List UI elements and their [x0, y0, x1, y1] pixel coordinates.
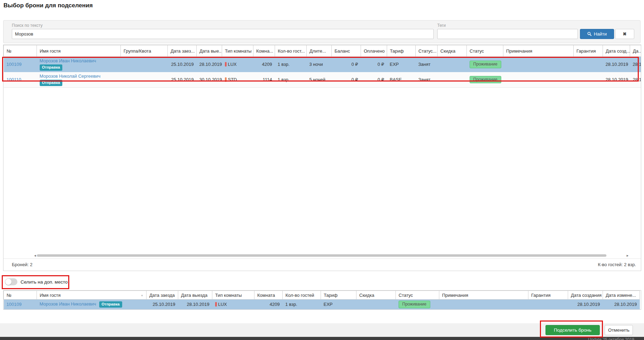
scroll-right-icon[interactable]: ▸: [627, 253, 629, 258]
sort-asc-icon: ▲: [141, 294, 143, 297]
room-status: Занят: [416, 72, 438, 87]
arrival-date: 25.10.2019: [147, 300, 178, 309]
col-guarantee[interactable]: Гарантия: [574, 45, 603, 57]
selected-booking-row[interactable]: 100109 Морозов Иван Николаевич Отправка …: [4, 300, 640, 309]
send-badge: Отправка: [40, 64, 63, 71]
guest-name-link[interactable]: Морозов Николай Сергеевич: [40, 74, 101, 79]
search-input[interactable]: [12, 29, 434, 39]
booking-id-link[interactable]: 100109: [7, 62, 22, 67]
paid: 0 ₽: [361, 57, 387, 72]
booking-row[interactable]: 100110 Морозов Николай Сергеевич Отправк…: [4, 72, 642, 87]
balance: 0 ₽: [332, 57, 361, 72]
col-guest-count[interactable]: Кол-во гост...: [275, 45, 307, 57]
modified-date: 28.10.2019: [603, 300, 640, 309]
created-date: 28.10.2019: [568, 300, 603, 309]
taskbar: Update 25 октября 2019: [0, 337, 644, 340]
action-bar: Подселить бронь Отменить: [0, 323, 644, 337]
col-modified[interactable]: Да...: [630, 45, 642, 57]
created-date: 28.10.2019: [603, 57, 630, 72]
col-room-type[interactable]: Тип комнаты: [212, 291, 254, 300]
scrollbar-thumb[interactable]: [37, 254, 606, 257]
duration: 3 ночи: [307, 57, 332, 72]
table-footer: Броней: 2 К-во гостей: 2 взр.: [3, 258, 641, 271]
col-discount[interactable]: Скидка: [438, 45, 467, 57]
col-arrival[interactable]: Дата заезда: [147, 291, 178, 300]
col-created[interactable]: Дата созд...: [603, 45, 630, 57]
guest-name-link[interactable]: Морозов Иван Николаевич: [40, 301, 96, 307]
col-tariff[interactable]: Тариф: [387, 45, 416, 57]
col-number[interactable]: №: [4, 45, 37, 57]
find-button[interactable]: Найти: [580, 29, 614, 39]
col-modified[interactable]: Дата измене...: [603, 291, 640, 300]
created-date: 28.10.2019: [603, 72, 630, 87]
room-type-color-bar: [225, 77, 227, 82]
room-type: LUX: [218, 302, 227, 307]
col-departure[interactable]: Дата выезда: [178, 291, 212, 300]
cancel-button[interactable]: Отменить: [605, 325, 633, 335]
col-guest-name[interactable]: Имя гостя: [37, 45, 121, 57]
guest-count: 1 взр.: [283, 300, 321, 309]
col-guest-count[interactable]: Кол-во гостей: [283, 291, 321, 300]
search-icon: [587, 32, 592, 36]
col-group-quota[interactable]: Группа/Квота: [121, 45, 168, 57]
horizontal-scrollbar[interactable]: ◂ ▸: [3, 253, 641, 258]
departure-date: 28.10.2019: [197, 57, 222, 72]
selected-booking-table: № Имя гостя▲ Дата заезда Дата выезда Тип…: [3, 290, 641, 310]
col-room[interactable]: Комната: [254, 291, 283, 300]
bookings-table: № Имя гостя Группа/Квота Дата заез... Да…: [3, 45, 641, 271]
guests-count: К-во гостей: 2 взр.: [598, 259, 636, 271]
clear-search-button[interactable]: ✖: [615, 29, 634, 39]
confirm-button[interactable]: Подселить бронь: [545, 325, 600, 335]
col-number[interactable]: №: [4, 291, 37, 300]
departure-date: 28.10.2019: [178, 300, 212, 309]
tags-input[interactable]: [437, 29, 578, 39]
col-discount[interactable]: Скидка: [356, 291, 396, 300]
booking-id-link[interactable]: 100109: [7, 302, 22, 307]
selected-header-row: № Имя гостя▲ Дата заезда Дата выезда Тип…: [4, 291, 640, 300]
modified-date: 28.10.2019: [630, 72, 642, 87]
room-number: 4209: [254, 300, 283, 309]
col-balance[interactable]: Баланс: [332, 45, 361, 57]
send-badge: Отправка: [99, 301, 122, 308]
bookings-count: Броней: 2: [12, 259, 32, 271]
empty-table-area: [4, 87, 642, 239]
toggle-label: Селить на доп. место: [21, 279, 68, 285]
col-room-status[interactable]: Статус...: [416, 45, 438, 57]
tariff: EXP: [321, 300, 356, 309]
col-guest-name[interactable]: Имя гостя▲: [37, 291, 147, 300]
departure-date: 30.10.2019: [197, 72, 222, 87]
room-number: 1114: [253, 72, 275, 87]
col-guarantee[interactable]: Гарантия: [528, 291, 568, 300]
search-input-label: Поиск по тексту: [12, 23, 42, 28]
col-status[interactable]: Статус: [467, 45, 503, 57]
booking-row-selected[interactable]: 100109 Морозов Иван Николаевич Отправка …: [4, 57, 642, 72]
col-room-type[interactable]: Тип комнаты: [222, 45, 253, 57]
col-paid[interactable]: Оплачено▲: [361, 45, 387, 57]
col-tariff[interactable]: Тариф: [321, 291, 356, 300]
col-arrival[interactable]: Дата заез...: [168, 45, 197, 57]
assign-booking-dialog: { "title": "Выбор брони для подселения",…: [0, 0, 644, 340]
guest-count: 1 взр.: [275, 72, 307, 87]
extra-bed-toggle[interactable]: [5, 278, 17, 285]
modified-date: 28.10.2019: [630, 57, 642, 72]
col-duration[interactable]: Длите...: [307, 45, 332, 57]
col-status[interactable]: Статус: [396, 291, 439, 300]
booking-id-link[interactable]: 100110: [7, 77, 21, 82]
room-type: LUX: [228, 62, 237, 67]
arrival-date: 25.10.2019: [168, 57, 197, 72]
clear-icon: ✖: [623, 31, 627, 37]
col-created[interactable]: Дата создания: [568, 291, 603, 300]
find-button-label: Найти: [594, 31, 607, 37]
search-panel: Поиск по тексту Теги Найти ✖: [3, 20, 641, 43]
extra-bed-toggle-row: Селить на доп. место: [5, 278, 68, 285]
room-number: 4209: [253, 57, 275, 72]
scroll-left-icon[interactable]: ◂: [34, 253, 36, 258]
col-room[interactable]: Комна...: [253, 45, 275, 57]
room-type-color-bar: [215, 302, 217, 307]
page-title: Выбор брони для подселения: [3, 2, 93, 9]
duration: 5 ночей: [307, 72, 332, 87]
guest-name-link[interactable]: Морозов Иван Николаевич: [40, 58, 96, 63]
col-notes[interactable]: Примечания: [439, 291, 528, 300]
col-notes[interactable]: Примечания: [503, 45, 574, 57]
col-departure[interactable]: Дата вые...: [197, 45, 222, 57]
